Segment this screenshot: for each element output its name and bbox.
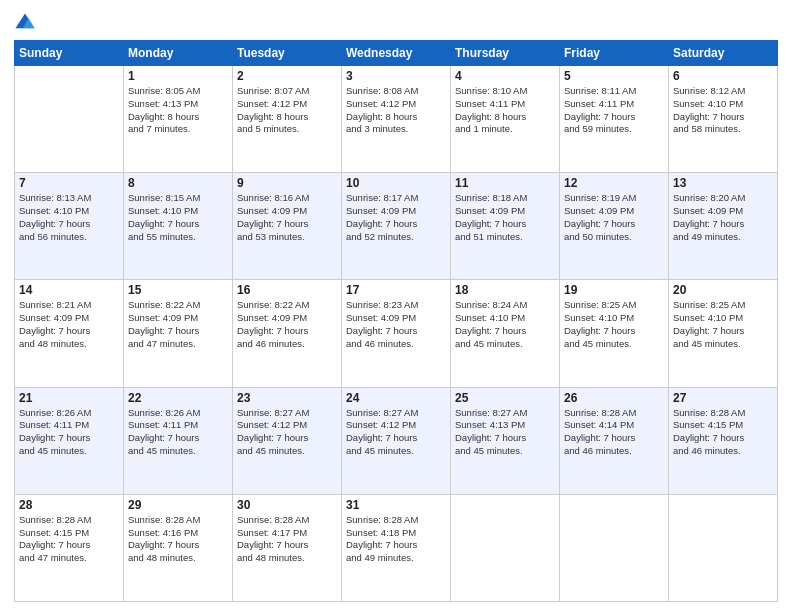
day-number: 13 [673,176,773,190]
calendar: SundayMondayTuesdayWednesdayThursdayFrid… [14,40,778,602]
day-of-week-header: Thursday [451,41,560,66]
day-info: Sunrise: 8:21 AM Sunset: 4:09 PM Dayligh… [19,299,119,350]
calendar-cell: 17Sunrise: 8:23 AM Sunset: 4:09 PM Dayli… [342,280,451,387]
day-number: 22 [128,391,228,405]
day-number: 28 [19,498,119,512]
day-info: Sunrise: 8:23 AM Sunset: 4:09 PM Dayligh… [346,299,446,350]
day-number: 11 [455,176,555,190]
calendar-cell: 5Sunrise: 8:11 AM Sunset: 4:11 PM Daylig… [560,66,669,173]
day-info: Sunrise: 8:18 AM Sunset: 4:09 PM Dayligh… [455,192,555,243]
calendar-cell: 13Sunrise: 8:20 AM Sunset: 4:09 PM Dayli… [669,173,778,280]
day-info: Sunrise: 8:20 AM Sunset: 4:09 PM Dayligh… [673,192,773,243]
day-number: 30 [237,498,337,512]
day-number: 15 [128,283,228,297]
day-number: 26 [564,391,664,405]
calendar-header-row: SundayMondayTuesdayWednesdayThursdayFrid… [15,41,778,66]
calendar-cell [669,494,778,601]
day-number: 19 [564,283,664,297]
calendar-cell: 18Sunrise: 8:24 AM Sunset: 4:10 PM Dayli… [451,280,560,387]
logo-icon [14,12,36,34]
calendar-cell: 1Sunrise: 8:05 AM Sunset: 4:13 PM Daylig… [124,66,233,173]
day-info: Sunrise: 8:27 AM Sunset: 4:13 PM Dayligh… [455,407,555,458]
day-info: Sunrise: 8:25 AM Sunset: 4:10 PM Dayligh… [673,299,773,350]
day-info: Sunrise: 8:22 AM Sunset: 4:09 PM Dayligh… [237,299,337,350]
calendar-cell: 2Sunrise: 8:07 AM Sunset: 4:12 PM Daylig… [233,66,342,173]
day-info: Sunrise: 8:27 AM Sunset: 4:12 PM Dayligh… [346,407,446,458]
day-number: 5 [564,69,664,83]
day-number: 14 [19,283,119,297]
calendar-cell: 26Sunrise: 8:28 AM Sunset: 4:14 PM Dayli… [560,387,669,494]
calendar-cell: 7Sunrise: 8:13 AM Sunset: 4:10 PM Daylig… [15,173,124,280]
day-info: Sunrise: 8:25 AM Sunset: 4:10 PM Dayligh… [564,299,664,350]
calendar-cell: 27Sunrise: 8:28 AM Sunset: 4:15 PM Dayli… [669,387,778,494]
calendar-cell: 16Sunrise: 8:22 AM Sunset: 4:09 PM Dayli… [233,280,342,387]
calendar-cell [560,494,669,601]
calendar-week-row: 21Sunrise: 8:26 AM Sunset: 4:11 PM Dayli… [15,387,778,494]
day-number: 20 [673,283,773,297]
day-info: Sunrise: 8:26 AM Sunset: 4:11 PM Dayligh… [128,407,228,458]
calendar-cell [451,494,560,601]
calendar-week-row: 1Sunrise: 8:05 AM Sunset: 4:13 PM Daylig… [15,66,778,173]
day-info: Sunrise: 8:17 AM Sunset: 4:09 PM Dayligh… [346,192,446,243]
calendar-cell: 21Sunrise: 8:26 AM Sunset: 4:11 PM Dayli… [15,387,124,494]
day-info: Sunrise: 8:27 AM Sunset: 4:12 PM Dayligh… [237,407,337,458]
calendar-cell: 24Sunrise: 8:27 AM Sunset: 4:12 PM Dayli… [342,387,451,494]
calendar-cell: 23Sunrise: 8:27 AM Sunset: 4:12 PM Dayli… [233,387,342,494]
day-info: Sunrise: 8:10 AM Sunset: 4:11 PM Dayligh… [455,85,555,136]
logo [14,14,40,34]
day-info: Sunrise: 8:28 AM Sunset: 4:15 PM Dayligh… [19,514,119,565]
calendar-cell: 29Sunrise: 8:28 AM Sunset: 4:16 PM Dayli… [124,494,233,601]
day-number: 12 [564,176,664,190]
day-of-week-header: Wednesday [342,41,451,66]
calendar-cell: 10Sunrise: 8:17 AM Sunset: 4:09 PM Dayli… [342,173,451,280]
calendar-cell: 8Sunrise: 8:15 AM Sunset: 4:10 PM Daylig… [124,173,233,280]
calendar-cell: 12Sunrise: 8:19 AM Sunset: 4:09 PM Dayli… [560,173,669,280]
day-info: Sunrise: 8:08 AM Sunset: 4:12 PM Dayligh… [346,85,446,136]
day-info: Sunrise: 8:05 AM Sunset: 4:13 PM Dayligh… [128,85,228,136]
day-info: Sunrise: 8:22 AM Sunset: 4:09 PM Dayligh… [128,299,228,350]
day-info: Sunrise: 8:11 AM Sunset: 4:11 PM Dayligh… [564,85,664,136]
day-number: 18 [455,283,555,297]
day-info: Sunrise: 8:26 AM Sunset: 4:11 PM Dayligh… [19,407,119,458]
day-number: 1 [128,69,228,83]
day-of-week-header: Friday [560,41,669,66]
day-info: Sunrise: 8:15 AM Sunset: 4:10 PM Dayligh… [128,192,228,243]
day-number: 9 [237,176,337,190]
day-number: 23 [237,391,337,405]
calendar-cell: 4Sunrise: 8:10 AM Sunset: 4:11 PM Daylig… [451,66,560,173]
day-of-week-header: Sunday [15,41,124,66]
day-info: Sunrise: 8:28 AM Sunset: 4:15 PM Dayligh… [673,407,773,458]
calendar-cell: 14Sunrise: 8:21 AM Sunset: 4:09 PM Dayli… [15,280,124,387]
day-number: 4 [455,69,555,83]
calendar-cell: 30Sunrise: 8:28 AM Sunset: 4:17 PM Dayli… [233,494,342,601]
day-number: 17 [346,283,446,297]
day-number: 2 [237,69,337,83]
calendar-week-row: 28Sunrise: 8:28 AM Sunset: 4:15 PM Dayli… [15,494,778,601]
day-number: 31 [346,498,446,512]
day-of-week-header: Monday [124,41,233,66]
day-info: Sunrise: 8:28 AM Sunset: 4:14 PM Dayligh… [564,407,664,458]
day-info: Sunrise: 8:28 AM Sunset: 4:18 PM Dayligh… [346,514,446,565]
calendar-cell: 6Sunrise: 8:12 AM Sunset: 4:10 PM Daylig… [669,66,778,173]
day-number: 3 [346,69,446,83]
calendar-cell: 9Sunrise: 8:16 AM Sunset: 4:09 PM Daylig… [233,173,342,280]
day-number: 7 [19,176,119,190]
day-number: 27 [673,391,773,405]
day-number: 25 [455,391,555,405]
day-number: 29 [128,498,228,512]
calendar-cell: 22Sunrise: 8:26 AM Sunset: 4:11 PM Dayli… [124,387,233,494]
day-of-week-header: Saturday [669,41,778,66]
calendar-cell: 20Sunrise: 8:25 AM Sunset: 4:10 PM Dayli… [669,280,778,387]
day-info: Sunrise: 8:24 AM Sunset: 4:10 PM Dayligh… [455,299,555,350]
day-info: Sunrise: 8:19 AM Sunset: 4:09 PM Dayligh… [564,192,664,243]
day-info: Sunrise: 8:28 AM Sunset: 4:16 PM Dayligh… [128,514,228,565]
calendar-cell [15,66,124,173]
day-of-week-header: Tuesday [233,41,342,66]
calendar-cell: 19Sunrise: 8:25 AM Sunset: 4:10 PM Dayli… [560,280,669,387]
calendar-cell: 3Sunrise: 8:08 AM Sunset: 4:12 PM Daylig… [342,66,451,173]
calendar-cell: 11Sunrise: 8:18 AM Sunset: 4:09 PM Dayli… [451,173,560,280]
day-info: Sunrise: 8:07 AM Sunset: 4:12 PM Dayligh… [237,85,337,136]
day-info: Sunrise: 8:28 AM Sunset: 4:17 PM Dayligh… [237,514,337,565]
calendar-cell: 28Sunrise: 8:28 AM Sunset: 4:15 PM Dayli… [15,494,124,601]
header [14,10,778,34]
